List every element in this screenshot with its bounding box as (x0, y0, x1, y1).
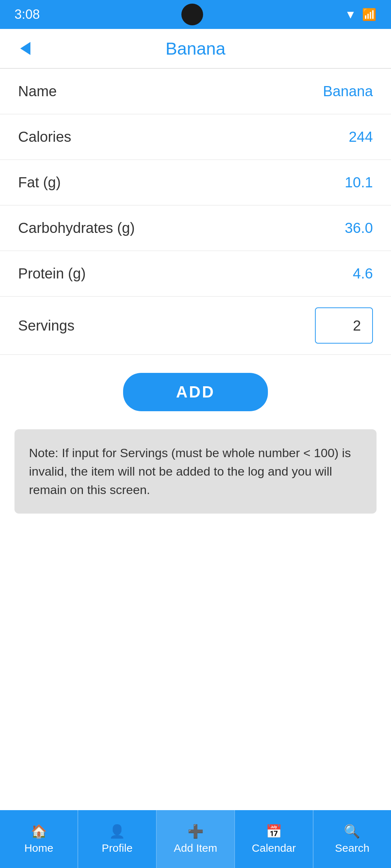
signal-icon: 📶 (362, 8, 377, 21)
page-title: Banana (165, 39, 226, 59)
nav-item-profile[interactable]: 👤 Profile (78, 810, 156, 868)
note-text: Note: If input for Servings (must be who… (29, 446, 351, 497)
status-bar: 3:08 ▼ 📶 (0, 0, 391, 29)
note-box: Note: If input for Servings (must be who… (14, 429, 377, 514)
carbs-row: Carbohydrates (g) 36.0 (0, 205, 391, 251)
calories-row: Calories 244 (0, 114, 391, 160)
add-button[interactable]: ADD (123, 373, 268, 411)
top-nav: Banana (0, 29, 391, 69)
fat-row: Fat (g) 10.1 (0, 160, 391, 205)
calendar-icon: 📅 (266, 824, 282, 839)
nav-item-add-item[interactable]: ➕ Add Item (157, 810, 234, 868)
carbs-value: 36.0 (345, 220, 373, 236)
profile-icon: 👤 (109, 824, 125, 839)
nav-item-home[interactable]: 🏠 Home (0, 810, 77, 868)
content-area: Name Banana Calories 244 Fat (g) 10.1 Ca… (0, 69, 391, 810)
nav-label-profile: Profile (102, 842, 133, 854)
bottom-nav: 🏠 Home 👤 Profile ➕ Add Item 📅 Calendar 🔍… (0, 810, 391, 868)
nav-label-home: Home (24, 842, 53, 854)
status-time: 3:08 (14, 7, 40, 22)
name-value: Banana (323, 83, 373, 99)
servings-input[interactable] (315, 307, 373, 344)
fat-value: 10.1 (345, 174, 373, 191)
calories-label: Calories (18, 129, 71, 145)
protein-row: Protein (g) 4.6 (0, 251, 391, 297)
back-arrow-icon (20, 42, 30, 55)
protein-label: Protein (g) (18, 265, 86, 282)
wifi-icon: ▼ (345, 8, 356, 21)
name-row: Name Banana (0, 69, 391, 114)
status-icons: ▼ 📶 (345, 8, 377, 21)
nav-item-search[interactable]: 🔍 Search (314, 810, 391, 868)
nav-item-calendar[interactable]: 📅 Calendar (235, 810, 312, 868)
add-item-icon: ➕ (188, 824, 204, 839)
search-icon: 🔍 (344, 824, 360, 839)
protein-value: 4.6 (353, 265, 373, 282)
nav-label-search: Search (335, 842, 369, 854)
servings-label: Servings (18, 318, 75, 334)
home-icon: 🏠 (31, 824, 47, 839)
nav-label-calendar: Calendar (252, 842, 296, 854)
fat-label: Fat (g) (18, 174, 61, 191)
add-button-container: ADD (0, 355, 391, 429)
back-button[interactable] (14, 38, 36, 59)
servings-row: Servings (0, 297, 391, 355)
carbs-label: Carbohydrates (g) (18, 220, 135, 236)
calories-value: 244 (349, 129, 373, 145)
nav-label-add-item: Add Item (174, 842, 217, 854)
name-label: Name (18, 83, 57, 99)
camera-notch (181, 4, 203, 25)
